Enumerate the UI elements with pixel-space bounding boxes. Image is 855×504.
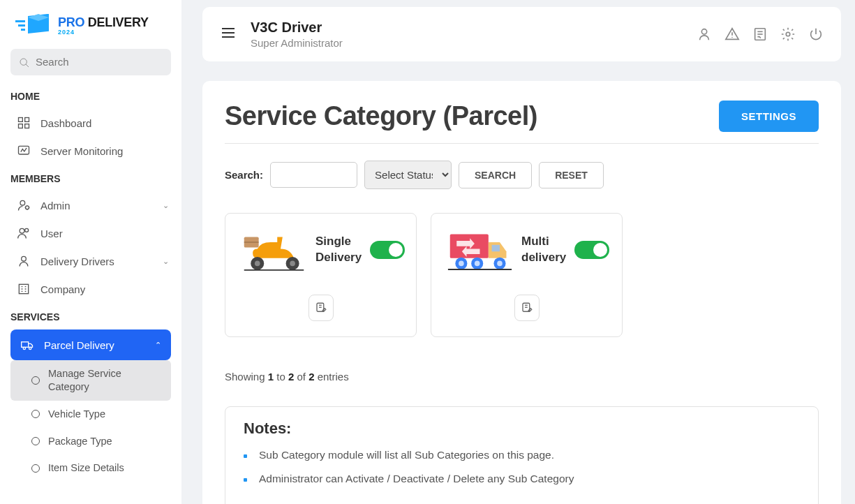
svg-point-44 <box>459 261 464 267</box>
search-input[interactable] <box>36 56 163 68</box>
sidebar-item-label: Dashboard <box>40 117 91 129</box>
svg-point-48 <box>497 261 503 267</box>
svg-rect-10 <box>25 124 29 128</box>
card-edit-button[interactable] <box>514 295 540 321</box>
nav-section-services: SERVICES Parcel Delivery ⌃ Manage Servic… <box>0 309 181 482</box>
edit-icon <box>315 302 327 314</box>
sidebar-subitem-label: Package Type <box>48 435 112 448</box>
driver-icon <box>17 254 31 268</box>
note-icon <box>752 27 768 42</box>
user-info: V3C Driver Super Administrator <box>251 20 343 49</box>
sidebar-item-label: Parcel Delivery <box>44 339 114 351</box>
chevron-down-icon: ⌄ <box>163 201 169 210</box>
search-icon <box>19 57 30 68</box>
user-icon <box>697 27 712 42</box>
sidebar-item-company[interactable]: Company <box>0 275 181 303</box>
svg-rect-2 <box>15 20 25 22</box>
sidebar-subitem-label: Vehicle Type <box>48 408 105 421</box>
sidebar-item-admin[interactable]: Admin ⌄ <box>0 191 181 219</box>
card-toggle[interactable] <box>574 241 609 259</box>
filter-search-input[interactable] <box>270 162 357 188</box>
svg-point-36 <box>290 261 295 267</box>
reset-button[interactable]: RESET <box>539 162 604 188</box>
page-title: Service Category (Parcel) <box>225 101 537 131</box>
logo-text-line2: 2024 <box>58 29 149 36</box>
svg-line-6 <box>26 64 29 67</box>
svg-rect-17 <box>19 284 28 293</box>
svg-point-5 <box>20 59 27 65</box>
svg-rect-9 <box>19 124 23 128</box>
svg-point-34 <box>255 261 260 267</box>
card-toggle[interactable] <box>370 241 405 259</box>
topbar: V3C Driver Super Administrator <box>202 7 841 61</box>
bullet-icon <box>31 410 40 418</box>
power-icon <box>808 27 824 42</box>
svg-point-16 <box>22 256 27 261</box>
sidebar-item-label: Company <box>40 283 85 295</box>
svg-point-46 <box>475 261 480 267</box>
svg-rect-4 <box>21 29 25 31</box>
user-title: V3C Driver <box>251 20 343 36</box>
sidebar-subitem-item-size-details[interactable]: Item Size Details <box>10 454 171 482</box>
section-label-home: HOME <box>0 88 181 109</box>
logo-text-line1: PRO DELIVERY <box>58 16 149 30</box>
monitoring-icon <box>17 144 31 158</box>
sidebar-subitem-label: Item Size Details <box>48 461 124 475</box>
admin-icon <box>17 198 31 212</box>
user-icon <box>17 226 31 240</box>
menu-toggle-button[interactable] <box>220 24 237 44</box>
search-button[interactable]: SEARCH <box>459 162 532 188</box>
profile-button[interactable] <box>697 27 712 42</box>
sidebar-item-delivery-drivers[interactable]: Delivery Drivers ⌄ <box>0 247 181 275</box>
logo: PRO DELIVERY 2024 <box>0 14 181 49</box>
svg-rect-3 <box>18 24 25 27</box>
sidebar-subitem-vehicle-type[interactable]: Vehicle Type <box>10 401 171 428</box>
filter-bar: Search: Select Status SEARCH RESET <box>225 161 819 189</box>
nav-section-home: HOME Dashboard Server Monitoring <box>0 88 181 165</box>
warning-button[interactable] <box>724 27 740 42</box>
filter-status-select[interactable]: Select Status <box>364 161 452 189</box>
sidebar: PRO DELIVERY 2024 HOME Dashboard Server … <box>0 0 181 504</box>
sidebar-subitem-label: Manage Service Category <box>48 367 161 394</box>
warning-icon <box>724 27 740 42</box>
notes-item: Administrator can Activate / Deactivate … <box>244 467 800 491</box>
topbar-icons <box>697 27 824 42</box>
settings-button[interactable] <box>780 27 796 42</box>
sidebar-subitem-package-type[interactable]: Package Type <box>10 428 171 455</box>
user-role: Super Administrator <box>251 37 343 49</box>
search-box[interactable] <box>10 49 171 75</box>
svg-point-15 <box>25 228 29 232</box>
main-area: V3C Driver Super Administrator Service C… <box>181 0 855 504</box>
sidebar-item-parcel-delivery[interactable]: Parcel Delivery ⌃ <box>10 329 171 360</box>
svg-rect-7 <box>19 118 23 122</box>
pagination-info: Showing 1 to 2 of 2 entries <box>225 371 819 383</box>
chevron-down-icon: ⌄ <box>163 257 169 266</box>
bullet-icon <box>31 437 40 445</box>
scooter-icon <box>241 229 307 271</box>
sidebar-subitem-manage-service-category[interactable]: Manage Service Category <box>10 360 171 401</box>
service-card-multi-delivery: Multi delivery <box>431 213 623 337</box>
edit-icon <box>521 302 533 314</box>
svg-point-30 <box>786 32 790 36</box>
hamburger-icon <box>220 24 237 41</box>
bullet-icon <box>31 376 40 385</box>
bullet-icon <box>31 464 40 473</box>
settings-page-button[interactable]: SETTINGS <box>719 101 819 132</box>
sidebar-item-label: Admin <box>40 200 70 212</box>
content-panel: Service Category (Parcel) SETTINGS Searc… <box>202 81 841 504</box>
svg-rect-18 <box>22 342 29 348</box>
truck-icon <box>20 338 34 352</box>
note-button[interactable] <box>752 27 768 42</box>
notes-title: Notes: <box>244 420 800 438</box>
gear-icon <box>780 27 796 42</box>
notes-panel: Notes: Sub Category module will list all… <box>225 406 819 504</box>
svg-point-26 <box>731 37 732 38</box>
power-button[interactable] <box>808 27 824 42</box>
sidebar-item-server-monitoring[interactable]: Server Monitoring <box>0 137 181 165</box>
sidebar-item-dashboard[interactable]: Dashboard <box>0 109 181 137</box>
truck-icon <box>447 229 513 271</box>
sidebar-item-user[interactable]: User <box>0 219 181 247</box>
cards-grid: Single Delivery <box>225 213 819 337</box>
card-edit-button[interactable] <box>308 295 334 321</box>
service-card-single-delivery: Single Delivery <box>225 213 417 337</box>
